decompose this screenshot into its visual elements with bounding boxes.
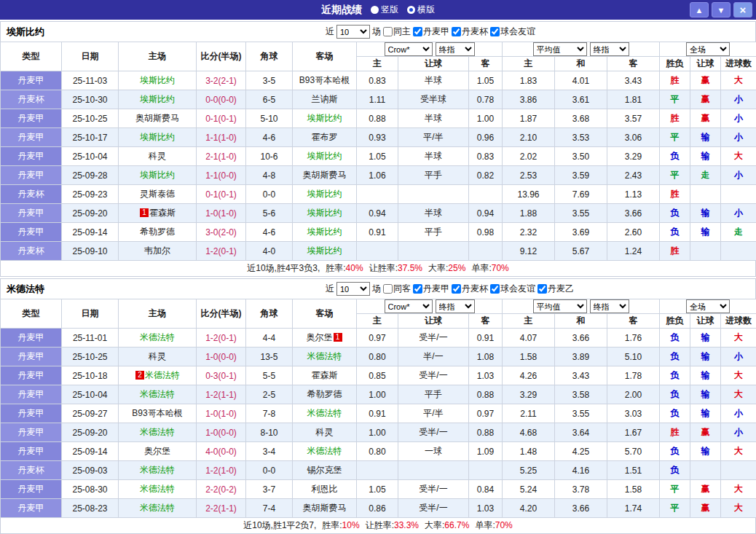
euro-stage-select[interactable]: 终指 bbox=[590, 42, 629, 56]
euro-company-select[interactable]: 平均值 bbox=[533, 299, 587, 313]
goals-result-cell: 大 bbox=[721, 71, 756, 90]
team-link[interactable]: 埃斯比约 bbox=[307, 208, 342, 218]
euro-home-odds: 2.32 bbox=[503, 223, 555, 242]
filter-丹麦乙[interactable]: 丹麦乙 bbox=[538, 283, 574, 295]
team-link[interactable]: 埃斯比约 bbox=[140, 94, 175, 104]
scope-select[interactable]: 全场 bbox=[686, 299, 730, 313]
result-flag: 赢 bbox=[701, 484, 710, 494]
filter-丹麦甲[interactable]: 丹麦甲 bbox=[413, 283, 449, 295]
team-link[interactable]: 米德法特 bbox=[140, 503, 175, 513]
team-link[interactable]: B93哥本哈根 bbox=[299, 75, 350, 85]
team-link[interactable]: 利恩比 bbox=[312, 484, 338, 494]
away-cell: 米德法特 bbox=[293, 404, 357, 423]
team-link[interactable]: 科灵 bbox=[149, 351, 166, 361]
team-link[interactable]: 霍森斯 bbox=[312, 370, 338, 380]
filter-checkbox[interactable] bbox=[413, 27, 422, 36]
team-link[interactable]: 米德法特 bbox=[140, 389, 175, 399]
team-link[interactable]: 希勒罗德 bbox=[307, 389, 342, 399]
team-link[interactable]: B93哥本哈根 bbox=[132, 408, 182, 418]
team-link[interactable]: 米德法特 bbox=[307, 408, 342, 418]
filter-同主[interactable]: 同主 bbox=[383, 25, 411, 38]
filter-checkbox[interactable] bbox=[538, 284, 547, 294]
team-link[interactable]: 米德法特 bbox=[140, 484, 175, 494]
result-flag: 负 bbox=[671, 370, 680, 380]
team-link[interactable]: 米德法特 bbox=[307, 351, 342, 361]
team-link[interactable]: 埃斯比约 bbox=[307, 227, 342, 237]
team-link[interactable]: 奥胡斯费马 bbox=[303, 503, 347, 513]
team-link[interactable]: 兰讷斯 bbox=[312, 94, 338, 104]
asian-company-select[interactable]: Crow* bbox=[385, 299, 433, 313]
move-down-button[interactable]: ▼ bbox=[712, 2, 731, 17]
team-link[interactable]: 韦加尔 bbox=[144, 246, 170, 256]
filter-丹麦甲[interactable]: 丹麦甲 bbox=[413, 25, 449, 38]
handicap-result-cell: 赢 bbox=[690, 90, 721, 109]
filter-checkbox[interactable] bbox=[452, 27, 461, 36]
team-link[interactable]: 希勒罗德 bbox=[140, 227, 175, 237]
filter-label: 同主 bbox=[393, 25, 411, 38]
asian-stage-select[interactable]: 终指 bbox=[436, 299, 475, 313]
filter-丹麦杯[interactable]: 丹麦杯 bbox=[452, 25, 488, 38]
team-link[interactable]: 埃斯比约 bbox=[307, 151, 342, 161]
euro-draw-odds: 3.58 bbox=[555, 385, 607, 404]
team-link[interactable]: 米德法特 bbox=[140, 427, 175, 437]
recent-count-select[interactable]: 10 bbox=[336, 25, 370, 39]
team-link[interactable]: 锡尔克堡 bbox=[307, 465, 342, 475]
filter-球会友谊[interactable]: 球会友谊 bbox=[490, 283, 535, 295]
filter-checkbox[interactable] bbox=[490, 27, 500, 36]
team-link[interactable]: 埃斯比约 bbox=[307, 189, 342, 199]
layout-radio-horizontal[interactable]: 横版 bbox=[407, 4, 435, 16]
team-link[interactable]: 米德法特 bbox=[145, 370, 180, 380]
goals-result-cell: 小 bbox=[721, 166, 756, 185]
team-link[interactable]: 米德法特 bbox=[140, 465, 175, 475]
asian-handicap: 受半/一 bbox=[398, 423, 469, 442]
date-cell: 25-10-04 bbox=[62, 147, 119, 166]
asian-handicap: 受半/一 bbox=[398, 499, 469, 518]
filter-丹麦杯[interactable]: 丹麦杯 bbox=[452, 283, 488, 295]
layout-radio-vertical[interactable]: 竖版 bbox=[371, 4, 398, 16]
date-cell: 25-09-14 bbox=[62, 442, 119, 461]
team-link[interactable]: 埃斯比约 bbox=[307, 113, 342, 123]
filter-同客[interactable]: 同客 bbox=[383, 283, 411, 295]
team-link[interactable]: 奥胡斯费马 bbox=[303, 170, 347, 180]
team-link[interactable]: 科灵 bbox=[316, 427, 334, 437]
team-link[interactable]: 灵斯泰德 bbox=[140, 189, 175, 199]
team-link[interactable]: 霍布罗 bbox=[312, 132, 338, 142]
euro-away-odds: 2.00 bbox=[607, 385, 660, 404]
team-link[interactable]: 埃斯比约 bbox=[140, 132, 175, 142]
team-link[interactable]: 埃斯比约 bbox=[140, 170, 175, 180]
team-link[interactable]: 埃斯比约 bbox=[140, 75, 175, 85]
result-cell: 负 bbox=[660, 329, 690, 348]
filter-checkbox[interactable] bbox=[413, 284, 422, 294]
euro-company-select[interactable]: 平均值 bbox=[533, 42, 587, 56]
euro-stage-select[interactable]: 终指 bbox=[590, 299, 629, 313]
away-cell: 霍森斯 bbox=[293, 366, 357, 385]
window-buttons: ▲ ▼ × bbox=[690, 2, 752, 17]
team-link[interactable]: 奥尔堡 bbox=[144, 446, 170, 456]
team-link[interactable]: 奥尔堡 bbox=[307, 332, 333, 342]
team-link[interactable]: 科灵 bbox=[149, 151, 166, 161]
filter-checkbox[interactable] bbox=[383, 284, 393, 294]
asian-stage-select[interactable]: 终指 bbox=[436, 42, 475, 56]
home-cell: 米德法特 bbox=[119, 329, 197, 348]
recent-count-select[interactable]: 10 bbox=[336, 282, 370, 296]
scope-select[interactable]: 全场 bbox=[686, 42, 730, 56]
filter-checkbox[interactable] bbox=[383, 27, 393, 36]
team-link[interactable]: 奥胡斯费马 bbox=[135, 113, 179, 123]
filter-checkbox[interactable] bbox=[490, 284, 500, 294]
col-euro-home: 主 bbox=[503, 314, 555, 329]
euro-draw-odds: 3.50 bbox=[555, 147, 607, 166]
team-link[interactable]: 霍森斯 bbox=[149, 208, 176, 218]
summary-stat: 单率:70% bbox=[475, 519, 512, 532]
asian-company-select[interactable]: Crow* bbox=[385, 42, 433, 56]
filter-checkbox[interactable] bbox=[452, 284, 461, 294]
close-icon[interactable]: × bbox=[733, 2, 752, 17]
team-link[interactable]: 埃斯比约 bbox=[307, 246, 342, 256]
team-link[interactable]: 米德法特 bbox=[140, 332, 175, 342]
asian-handicap: 受半/一 bbox=[398, 480, 469, 499]
filter-球会友谊[interactable]: 球会友谊 bbox=[490, 25, 535, 38]
team-link[interactable]: 米德法特 bbox=[307, 446, 342, 456]
result-flag: 输 bbox=[701, 132, 710, 142]
move-up-button[interactable]: ▲ bbox=[690, 2, 709, 17]
goals-result-cell bbox=[721, 242, 756, 261]
date-cell: 25-10-04 bbox=[62, 385, 119, 404]
